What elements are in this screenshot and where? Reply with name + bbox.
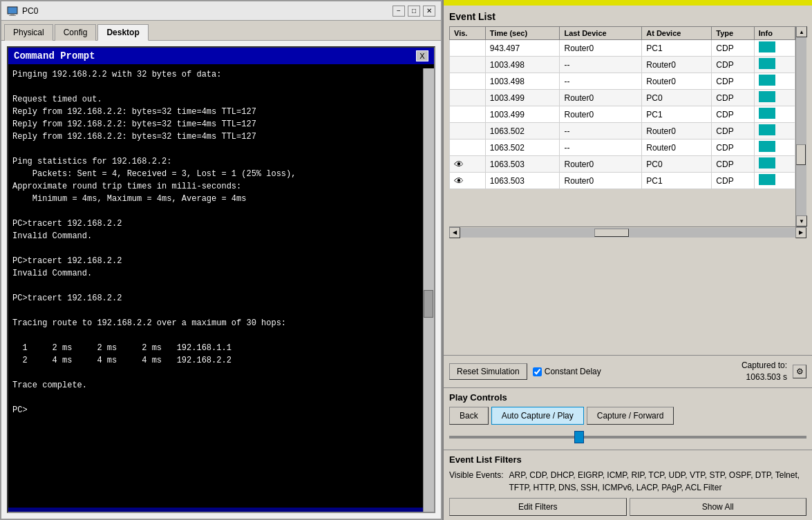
auto-capture-play-button[interactable]: Auto Capture / Play [491,407,584,425]
type-cell: CDP [712,40,754,57]
table-row[interactable]: 1063.502--Router0CDP [450,139,795,156]
table-row[interactable]: 1003.498--Router0CDP [450,57,795,73]
minimize-button[interactable]: − [393,6,405,17]
right-panel: Event List Vis. Time (sec) Last Device A… [442,0,812,520]
slider-track [449,436,806,439]
show-all-button[interactable]: Show All [630,498,807,516]
cmd-title: Command Prompt [14,50,95,61]
captured-to-label: Captured to: [742,360,787,370]
vis-cell [450,73,486,90]
info-cell[interactable] [754,57,795,73]
hscroll-right-btn[interactable]: ▶ [795,227,806,238]
table-vscrollbar[interactable]: ▲ ▼ [795,26,806,227]
vis-cell [450,106,486,123]
tab-config[interactable]: Config [55,24,97,41]
scrollbar-thumb[interactable] [424,290,433,318]
filter-buttons-row: Edit Filters Show All [449,498,806,516]
close-button[interactable]: ✕ [423,6,435,17]
time-cell: 1003.498 [485,73,560,90]
window-controls: − □ ✕ [393,6,435,17]
cmd-container: Command Prompt X Pinging 192.168.2.2 wit… [7,46,435,513]
last-device-cell: -- [560,73,642,90]
pc-icon [7,6,18,17]
time-cell: 943.497 [485,40,560,57]
filters-content: Visible Events: ARP, CDP, DHCP, EIGRP, I… [449,469,806,494]
tab-desktop[interactable]: Desktop [97,24,148,41]
info-cell[interactable] [754,173,795,189]
reset-simulation-button[interactable]: Reset Simulation [449,363,527,380]
table-row[interactable]: 👁1063.503Router0PC0CDP [450,156,795,173]
window-title: PC0 [22,6,38,16]
slider-row [449,429,806,445]
time-cell: 1063.502 [485,123,560,139]
vscroll-up-btn[interactable]: ▲ [796,26,807,37]
info-cell[interactable] [754,73,795,90]
back-button[interactable]: Back [449,407,489,425]
event-list-title: Event List [449,11,806,22]
svg-rect-1 [10,14,15,15]
last-device-cell: Router0 [560,173,642,189]
table-row[interactable]: 1003.498--Router0CDP [450,73,795,90]
cmd-close-button[interactable]: X [416,50,428,61]
constant-delay-text: Constant Delay [545,367,601,376]
type-cell: CDP [712,123,754,139]
svg-rect-0 [8,7,17,14]
at-device-cell: PC1 [642,173,712,189]
time-cell: 1003.499 [485,90,560,106]
info-cell[interactable] [754,90,795,106]
table-scroll-area: Vis. Time (sec) Last Device At Device Ty… [449,26,806,227]
play-slider[interactable] [449,430,806,444]
table-row[interactable]: 1063.502--Router0CDP [450,123,795,139]
cmd-scrollbar[interactable] [423,68,434,512]
info-cell[interactable] [754,40,795,57]
hscroll-track [460,228,795,238]
info-cell[interactable] [754,156,795,173]
constant-delay-label[interactable]: Constant Delay [533,367,601,376]
last-device-cell: Router0 [560,90,642,106]
capture-forward-button[interactable]: Capture / Forward [587,407,674,425]
at-device-cell: PC0 [642,90,712,106]
table-wrapper: Vis. Time (sec) Last Device At Device Ty… [449,26,795,227]
last-device-cell: Router0 [560,106,642,123]
hscroll-thumb[interactable] [594,229,629,237]
time-cell: 1003.499 [485,106,560,123]
vis-cell: 👁 [450,156,486,173]
vscroll-thumb[interactable] [796,144,806,165]
top-strip [444,0,812,6]
table-row[interactable]: 1003.499Router0PC1CDP [450,106,795,123]
settings-icon-button[interactable]: ⚙ [793,365,806,378]
col-last: Last Device [560,27,642,40]
table-row[interactable]: 👁1063.503Router0PC1CDP [450,173,795,189]
maximize-button[interactable]: □ [408,6,420,17]
table-row[interactable]: 943.497Router0PC1CDP [450,40,795,57]
time-cell: 1003.498 [485,57,560,73]
type-cell: CDP [712,57,754,73]
info-cell[interactable] [754,106,795,123]
constant-delay-checkbox[interactable] [533,367,542,376]
info-cell[interactable] [754,123,795,139]
time-cell: 1063.503 [485,173,560,189]
tab-physical[interactable]: Physical [4,24,53,41]
tabs-bar: Physical Config Desktop [1,21,441,41]
window-content: Command Prompt X Pinging 192.168.2.2 wit… [1,41,441,519]
vscroll-track [796,37,806,215]
vis-cell [450,90,486,106]
at-device-cell: PC1 [642,40,712,57]
play-controls-title: Play Controls [449,392,806,403]
vis-cell [450,57,486,73]
type-cell: CDP [712,73,754,90]
info-cell[interactable] [754,139,795,156]
captured-to-value: 1063.503 s [746,372,787,382]
table-hscrollbar[interactable]: ◀ ▶ [449,227,806,238]
type-cell: CDP [712,139,754,156]
table-row[interactable]: 1003.499Router0PC0CDP [450,90,795,106]
hscroll-left-btn[interactable]: ◀ [449,227,460,238]
cmd-body[interactable]: Pinging 192.168.2.2 with 32 bytes of dat… [8,64,434,508]
vscroll-down-btn[interactable]: ▼ [796,215,807,227]
at-device-cell: PC0 [642,156,712,173]
visible-events-text: ARP, CDP, DHCP, EIGRP, ICMP, RIP, TCP, U… [509,469,807,494]
type-cell: CDP [712,156,754,173]
event-list-section: Event List Vis. Time (sec) Last Device A… [444,6,812,355]
slider-thumb[interactable] [574,431,584,443]
edit-filters-button[interactable]: Edit Filters [449,498,627,516]
